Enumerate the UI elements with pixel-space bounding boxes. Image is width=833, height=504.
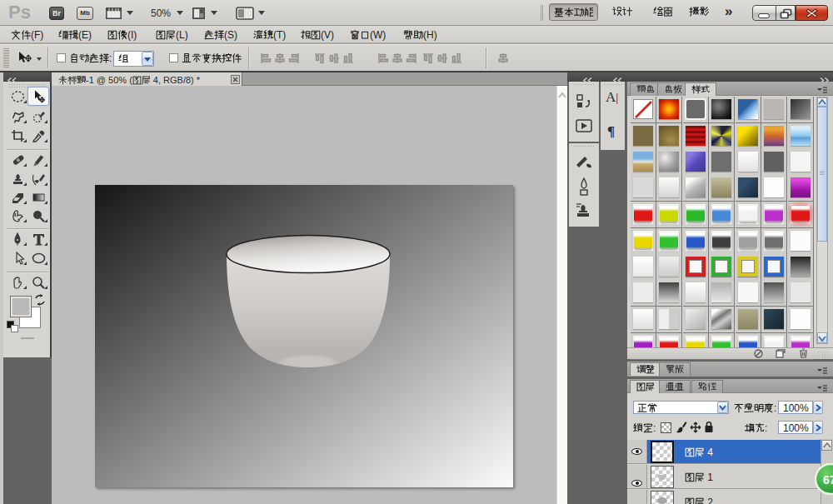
svg-text:67: 67	[823, 473, 833, 487]
